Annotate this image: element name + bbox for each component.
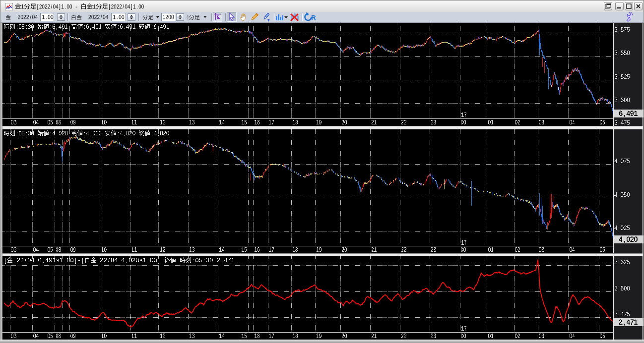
svg-text:R: R	[311, 14, 316, 21]
